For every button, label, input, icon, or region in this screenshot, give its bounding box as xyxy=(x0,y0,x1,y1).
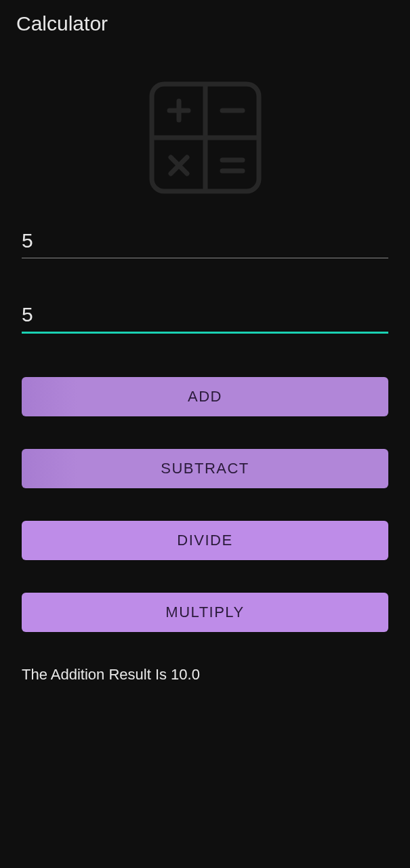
multiply-button[interactable]: MULTIPLY xyxy=(22,593,388,632)
button-group: ADD SUBTRACT DIVIDE MULTIPLY xyxy=(22,377,388,632)
second-number-input[interactable] xyxy=(22,298,388,334)
add-button[interactable]: ADD xyxy=(22,377,388,416)
calculator-icon xyxy=(22,80,388,195)
app-header: Calculator xyxy=(0,0,410,47)
page-title: Calculator xyxy=(16,12,394,35)
main-content: ADD SUBTRACT DIVIDE MULTIPLY The Additio… xyxy=(0,47,410,684)
result-text: The Addition Result Is 10.0 xyxy=(22,666,388,684)
first-number-input[interactable] xyxy=(22,224,388,258)
subtract-button[interactable]: SUBTRACT xyxy=(22,449,388,488)
divide-button[interactable]: DIVIDE xyxy=(22,521,388,560)
